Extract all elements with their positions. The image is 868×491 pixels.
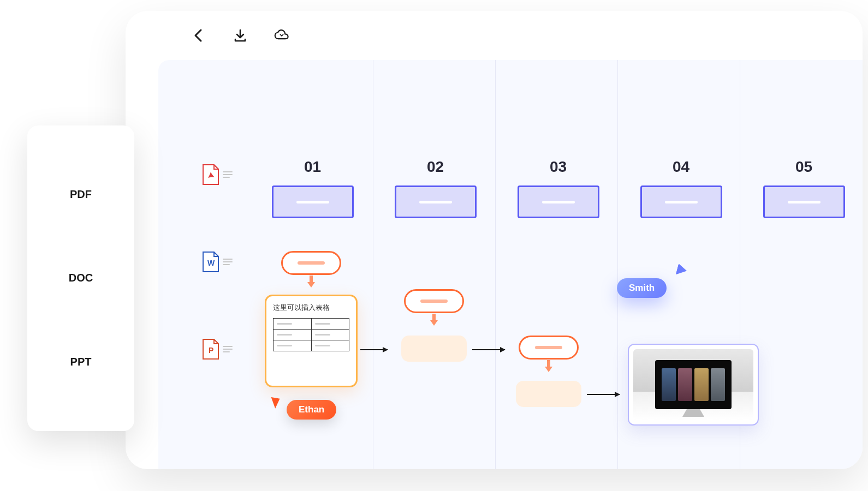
user-badge-ethan: Ethan [287,400,336,420]
toolbar [126,11,863,60]
cursor-icon [271,394,283,408]
arrow-icon [472,349,505,350]
column-header-03: 03 [497,158,620,218]
ppt-file-icon: P [202,338,233,360]
flow-soft-node[interactable] [401,336,467,362]
svg-text:W: W [207,259,215,267]
flow-soft-node[interactable] [516,381,581,407]
sidebar-item-pdf[interactable]: PDF [70,188,92,201]
sidebar-item-ppt[interactable]: PPT [70,356,92,368]
column-header-05: 05 [742,158,863,218]
diagram-canvas[interactable]: W P 01 [158,60,863,469]
user-badge-smith: Smith [617,278,667,298]
table-card-text: 这里可以插入表格 [273,303,349,313]
column-header-02: 02 [374,158,497,218]
export-format-sidebar: PDF DOC PPT [27,125,134,431]
table-insert-card[interactable]: 这里可以插入表格 [265,295,358,387]
cloud-sync-button[interactable] [274,28,289,43]
flow-pill-node[interactable] [519,336,579,360]
column-number: 01 [251,158,374,176]
column-number: 02 [374,158,497,176]
sidebar-item-doc[interactable]: DOC [69,272,93,284]
column-box[interactable] [763,185,845,218]
column-number: 04 [620,158,742,176]
column-number: 03 [497,158,620,176]
arrow-icon [587,394,620,395]
arrow-down-icon [545,360,552,372]
back-button[interactable] [191,28,206,43]
monitor-icon [655,360,732,409]
flow-pill-node[interactable] [404,289,464,313]
column-box[interactable] [272,185,354,218]
column-number: 05 [742,158,863,176]
main-canvas-window: W P 01 [126,11,863,469]
column-box[interactable] [518,185,599,218]
arrow-icon [360,349,388,350]
image-preview-card[interactable] [628,344,759,426]
pdf-file-icon [202,164,233,185]
flow-pill-node[interactable] [281,251,341,275]
download-button[interactable] [233,28,248,43]
arrow-down-icon [430,314,438,326]
mini-table [273,318,349,351]
flow-diagram: 这里可以插入表格 Ethan [251,240,863,469]
svg-text:P: P [209,346,213,355]
column-box[interactable] [395,185,477,218]
column-box[interactable] [640,185,722,218]
image-placeholder [633,349,753,420]
arrow-down-icon [307,276,315,288]
column-header-01: 01 [251,158,374,218]
file-type-icons: W P [202,164,233,360]
doc-file-icon: W [202,251,233,273]
column-header-04: 04 [620,158,742,218]
cursor-icon [676,264,688,277]
